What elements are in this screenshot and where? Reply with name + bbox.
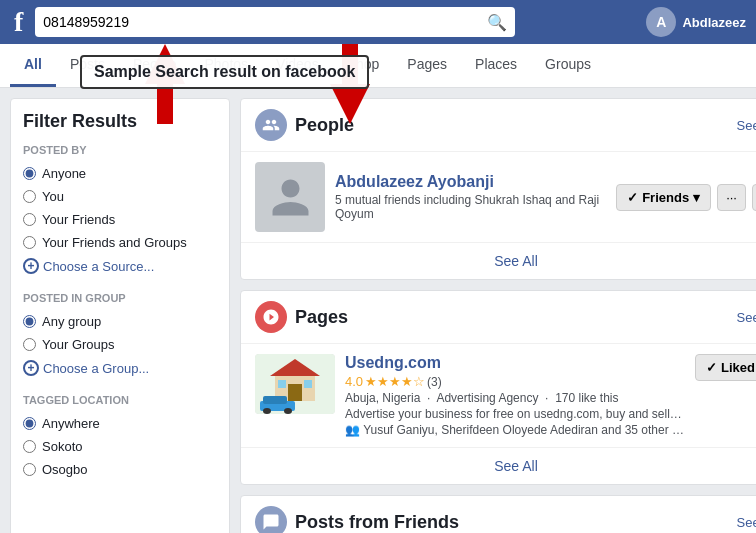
page-name[interactable]: Usedng.com xyxy=(345,354,685,372)
tab-people[interactable]: People xyxy=(119,44,191,87)
tab-pages[interactable]: Pages xyxy=(393,44,461,87)
svg-rect-7 xyxy=(304,380,312,388)
page-category: Advertising Agency xyxy=(436,391,538,405)
radio-sokoto-label: Sokoto xyxy=(42,439,82,454)
sidebar-title: Filter Results xyxy=(23,111,217,132)
facebook-logo[interactable]: f xyxy=(10,8,27,36)
radio-you-input[interactable] xyxy=(23,190,36,203)
posts-section-title: Posts from Friends xyxy=(295,512,459,533)
tab-photos[interactable]: Photos xyxy=(191,44,263,87)
review-count: (3) xyxy=(427,375,442,389)
radio-your-friends-label: Your Friends xyxy=(42,212,115,227)
user-profile[interactable]: A Abdlazeez xyxy=(646,7,746,37)
page-likes: 170 like this xyxy=(555,391,618,405)
checkmark-icon: ✓ xyxy=(706,360,717,375)
more-button[interactable]: ··· xyxy=(717,184,746,211)
tab-places[interactable]: Places xyxy=(461,44,531,87)
radio-anyone[interactable]: Anyone xyxy=(23,162,217,185)
radio-you[interactable]: You xyxy=(23,185,217,208)
page-meta: Abuja, Nigeria · Advertising Agency · 17… xyxy=(345,391,685,405)
stars-rating: 4.0 ★★★★☆ (3) xyxy=(345,374,685,389)
radio-friends-groups[interactable]: Your Friends and Groups xyxy=(23,231,217,254)
tab-shop[interactable]: Shop xyxy=(333,44,394,87)
choose-group-link[interactable]: + Choose a Group... xyxy=(23,356,217,380)
friends-like-text: Yusuf Ganiyu, Sherifdeen Oloyede Adedira… xyxy=(363,423,685,437)
people-footer-see-all[interactable]: See All xyxy=(494,253,538,269)
radio-sokoto[interactable]: Sokoto xyxy=(23,435,217,458)
avatar: A xyxy=(646,7,676,37)
header: f 🔍 A Abdlazeez xyxy=(0,0,756,44)
radio-sokoto-input[interactable] xyxy=(23,440,36,453)
checkmark-icon: ✓ xyxy=(627,190,638,205)
choose-source-link[interactable]: + Choose a Source... xyxy=(23,254,217,278)
search-icon[interactable]: 🔍 xyxy=(487,13,507,32)
main-layout: Filter Results POSTED BY Anyone You Your… xyxy=(0,88,756,533)
nav-tabs: All Posts People Photos Videos Shop Page… xyxy=(0,44,756,88)
rating-value: 4.0 xyxy=(345,374,363,389)
choose-source-label: Choose a Source... xyxy=(43,259,154,274)
radio-your-friends-input[interactable] xyxy=(23,213,36,226)
radio-anywhere-label: Anywhere xyxy=(42,416,100,431)
liked-btn-label: Liked xyxy=(721,360,755,375)
pages-card: Pages See All xyxy=(240,290,756,485)
liked-button[interactable]: ✓ Liked ▾ xyxy=(695,354,756,381)
page-description: Advertise your business for free on used… xyxy=(345,407,685,421)
svg-rect-5 xyxy=(288,384,302,401)
radio-anyone-input[interactable] xyxy=(23,167,36,180)
page-thumbnail xyxy=(255,354,335,414)
radio-your-groups-label: Your Groups xyxy=(42,337,115,352)
plus-icon: + xyxy=(23,258,39,274)
radio-your-friends[interactable]: Your Friends xyxy=(23,208,217,231)
radio-anywhere[interactable]: Anywhere xyxy=(23,412,217,435)
tab-all[interactable]: All xyxy=(10,44,56,87)
person-mutual: 5 mutual friends including Shukrah Ishaq… xyxy=(335,193,606,221)
tab-groups[interactable]: Groups xyxy=(531,44,605,87)
people-card-header: People See All xyxy=(241,99,756,152)
search-bar: 🔍 xyxy=(35,7,515,37)
content: People See All Abdulazeez Ayobanji 5 mut… xyxy=(240,98,756,533)
radio-your-groups-input[interactable] xyxy=(23,338,36,351)
tab-posts[interactable]: Posts xyxy=(56,44,119,87)
posts-card-header: Posts from Friends See All xyxy=(241,496,756,533)
svg-rect-6 xyxy=(278,380,286,388)
dropdown-button[interactable]: ▾ xyxy=(752,184,756,211)
posted-by-section: POSTED BY Anyone You Your Friends Your F… xyxy=(23,144,217,278)
friends-btn-label: Friends xyxy=(642,190,689,205)
tab-videos[interactable]: Videos xyxy=(262,44,333,87)
pages-card-footer: See All xyxy=(241,447,756,484)
person-info: Abdulazeez Ayobanji 5 mutual friends inc… xyxy=(335,173,606,221)
tagged-location-section: TAGGED LOCATION Anywhere Sokoto Osogbo xyxy=(23,394,217,481)
radio-friends-groups-label: Your Friends and Groups xyxy=(42,235,187,250)
friends-icon: 👥 xyxy=(345,423,360,437)
radio-any-group-label: Any group xyxy=(42,314,101,329)
radio-any-group-input[interactable] xyxy=(23,315,36,328)
sidebar: Filter Results POSTED BY Anyone You Your… xyxy=(10,98,230,533)
people-see-all-link[interactable]: See All xyxy=(736,118,756,133)
radio-friends-groups-input[interactable] xyxy=(23,236,36,249)
radio-osogbo[interactable]: Osogbo xyxy=(23,458,217,481)
page-info: Usedng.com 4.0 ★★★★☆ (3) Abuja, Nigeria … xyxy=(345,354,685,437)
radio-osogbo-input[interactable] xyxy=(23,463,36,476)
page-location: Abuja, Nigeria xyxy=(345,391,420,405)
pages-section-title: Pages xyxy=(295,307,348,328)
people-card-header-left: People xyxy=(255,109,354,141)
plus-group-icon: + xyxy=(23,360,39,376)
radio-your-groups[interactable]: Your Groups xyxy=(23,333,217,356)
choose-group-label: Choose a Group... xyxy=(43,361,149,376)
posts-see-all-link[interactable]: See All xyxy=(736,515,756,530)
person-name[interactable]: Abdulazeez Ayobanji xyxy=(335,173,606,191)
posts-card-header-left: Posts from Friends xyxy=(255,506,459,533)
stars-icons: ★★★★☆ xyxy=(365,374,425,389)
pages-see-all-link[interactable]: See All xyxy=(736,310,756,325)
posted-in-group-title: POSTED IN GROUP xyxy=(23,292,217,304)
radio-any-group[interactable]: Any group xyxy=(23,310,217,333)
pages-footer-see-all[interactable]: See All xyxy=(494,458,538,474)
svg-rect-11 xyxy=(263,396,287,404)
radio-anywhere-input[interactable] xyxy=(23,417,36,430)
person-result: Abdulazeez Ayobanji 5 mutual friends inc… xyxy=(241,152,756,242)
friends-button[interactable]: ✓ Friends ▾ xyxy=(616,184,711,211)
people-card: People See All Abdulazeez Ayobanji 5 mut… xyxy=(240,98,756,280)
person-avatar xyxy=(255,162,325,232)
page-result: Usedng.com 4.0 ★★★★☆ (3) Abuja, Nigeria … xyxy=(241,344,756,447)
search-input[interactable] xyxy=(43,14,487,30)
